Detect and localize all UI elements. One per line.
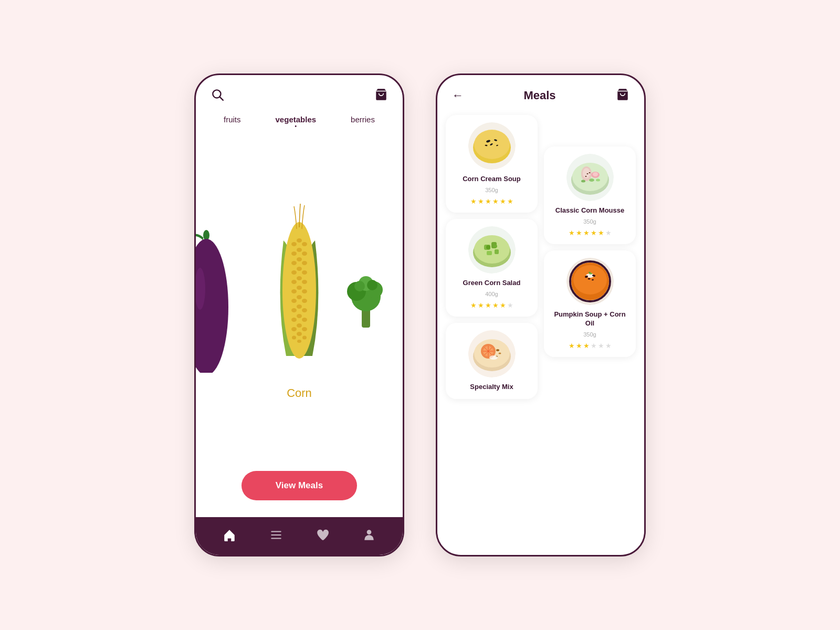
home-icon[interactable] <box>223 528 236 544</box>
user-icon[interactable] <box>362 528 376 544</box>
svg-point-87 <box>583 168 590 178</box>
meal-bowl-corn-cream <box>468 122 516 170</box>
svg-point-51 <box>366 530 371 534</box>
svg-point-36 <box>302 327 307 331</box>
svg-line-1 <box>220 97 223 100</box>
svg-rect-50 <box>271 538 281 539</box>
svg-point-82 <box>489 355 498 360</box>
svg-point-99 <box>573 265 607 295</box>
meals-grid: Corn Cream Soup 350g ★ ★ ★ ★ ★ ★ <box>446 115 636 399</box>
svg-point-10 <box>297 248 302 252</box>
meal-weight-pumpkin: 350g <box>583 331 596 338</box>
veggie-scene: Corn <box>196 127 403 471</box>
svg-point-79 <box>496 349 499 351</box>
svg-point-27 <box>302 299 307 303</box>
meal-name-mousse: Classic Corn Mousse <box>555 206 625 215</box>
svg-point-11 <box>291 251 297 256</box>
svg-rect-48 <box>271 531 281 532</box>
svg-point-9 <box>302 242 307 246</box>
search-icon[interactable] <box>211 88 224 103</box>
svg-point-24 <box>302 289 307 293</box>
svg-point-18 <box>302 270 307 275</box>
meal-name-green-salad: Green Corn Salad <box>463 279 521 288</box>
svg-point-33 <box>302 318 307 322</box>
broccoli-image <box>345 268 387 331</box>
svg-point-91 <box>581 180 585 183</box>
meal-card-green-corn-salad[interactable]: Green Corn Salad 400g ★ ★ ★ ★ ★ ★ <box>446 219 538 317</box>
svg-point-46 <box>354 281 365 291</box>
meal-card-classic-corn-mousse[interactable]: Classic Corn Mousse 350g ★ ★ ★ ★ ★ ★ <box>544 146 636 244</box>
meal-name-pumpkin: Pumpkin Soup + Corn Oil <box>550 310 629 328</box>
svg-point-47 <box>367 280 377 290</box>
category-tabs: fruits vegetables berries <box>196 109 403 127</box>
svg-point-38 <box>292 335 296 339</box>
cart-icon-right[interactable] <box>616 88 629 103</box>
svg-point-26 <box>291 299 297 303</box>
right-top-bar: ← Meals <box>437 75 644 110</box>
left-top-bar <box>196 75 403 109</box>
heart-icon[interactable] <box>316 528 329 544</box>
svg-point-8 <box>291 242 297 246</box>
svg-point-7 <box>297 238 302 243</box>
stars-corn-cream: ★ ★ ★ ★ ★ ★ <box>470 197 513 205</box>
svg-point-32 <box>291 318 297 322</box>
svg-point-17 <box>291 270 297 275</box>
svg-point-31 <box>297 314 302 318</box>
meal-name-corn-cream: Corn Cream Soup <box>463 175 521 184</box>
meal-weight-corn-cream: 350g <box>485 187 498 193</box>
svg-point-30 <box>302 308 307 312</box>
svg-point-63 <box>474 235 510 264</box>
stars-mousse: ★ ★ ★ ★ ★ ★ <box>569 229 612 237</box>
meal-bowl-specialty <box>468 330 516 377</box>
tab-vegetables[interactable]: vegetables <box>276 115 317 127</box>
svg-point-19 <box>297 276 302 280</box>
svg-point-35 <box>291 327 297 331</box>
left-phone: fruits vegetables berries <box>194 74 404 556</box>
svg-point-37 <box>297 332 302 336</box>
svg-point-89 <box>593 172 598 176</box>
back-button[interactable]: ← <box>452 89 464 102</box>
svg-point-40 <box>297 340 301 343</box>
svg-point-23 <box>291 289 297 293</box>
list-icon[interactable] <box>269 528 283 544</box>
meal-bowl-green-salad <box>468 226 516 274</box>
svg-point-20 <box>291 280 297 284</box>
svg-point-95 <box>585 176 586 177</box>
meals-col-left: Corn Cream Soup 350g ★ ★ ★ ★ ★ ★ <box>446 115 538 399</box>
right-phone: ← Meals <box>436 74 646 556</box>
svg-rect-67 <box>495 249 499 254</box>
svg-point-39 <box>302 335 307 339</box>
svg-point-25 <box>297 295 302 299</box>
svg-point-16 <box>297 267 302 271</box>
svg-point-90 <box>589 178 594 182</box>
svg-point-13 <box>297 257 302 261</box>
bottom-nav <box>196 517 403 555</box>
svg-point-21 <box>302 280 307 284</box>
view-meals-button[interactable]: View Meals <box>242 471 357 500</box>
item-name-label: Corn <box>287 386 312 400</box>
tab-fruits[interactable]: fruits <box>224 115 241 127</box>
svg-point-14 <box>291 261 297 265</box>
svg-point-12 <box>302 251 307 256</box>
svg-point-69 <box>494 245 497 248</box>
meal-card-corn-cream-soup[interactable]: Corn Cream Soup 350g ★ ★ ★ ★ ★ ★ <box>446 115 538 213</box>
corn-image-wrap: Corn <box>270 198 328 400</box>
svg-point-92 <box>596 179 600 182</box>
svg-point-15 <box>302 261 307 265</box>
svg-rect-49 <box>271 534 281 536</box>
svg-point-34 <box>297 323 302 328</box>
meal-card-specialty-mix[interactable]: Specialty Mix <box>446 323 538 399</box>
cart-icon[interactable] <box>374 88 388 103</box>
svg-point-22 <box>297 286 302 290</box>
meal-name-specialty: Specialty Mix <box>470 383 513 392</box>
tab-berries[interactable]: berries <box>351 115 375 127</box>
svg-point-29 <box>291 308 297 312</box>
page-title: Meals <box>523 89 555 102</box>
meals-scroll[interactable]: Corn Cream Soup 350g ★ ★ ★ ★ ★ ★ <box>437 110 644 555</box>
stars-pumpkin: ★ ★ ★ ★ ★ ★ <box>569 342 612 350</box>
meal-bowl-mousse <box>566 154 614 201</box>
meal-card-pumpkin-soup[interactable]: Pumpkin Soup + Corn Oil 350g ★ ★ ★ ★ ★ ★ <box>544 250 636 357</box>
svg-point-68 <box>486 245 490 249</box>
meal-weight-mousse: 350g <box>583 218 596 225</box>
meals-col-right: Classic Corn Mousse 350g ★ ★ ★ ★ ★ ★ <box>544 146 636 399</box>
